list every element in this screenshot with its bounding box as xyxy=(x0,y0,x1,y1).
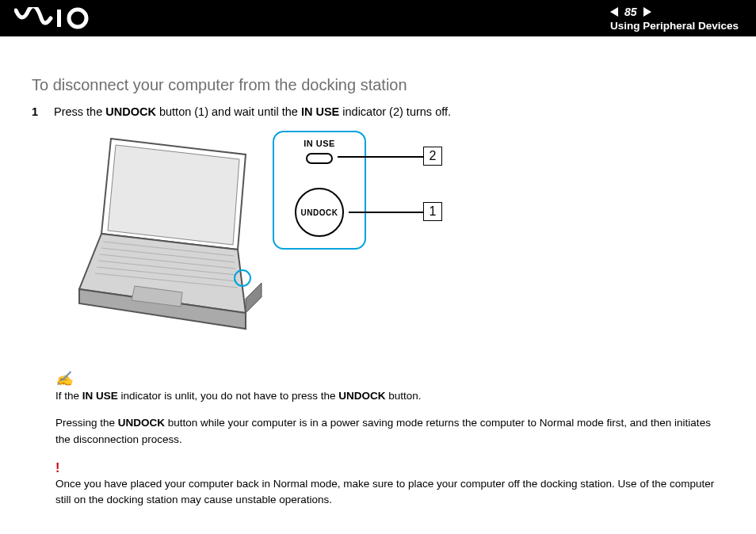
inset-diagram: IN USE UNDOCK xyxy=(273,131,366,250)
page-number: 85 xyxy=(624,6,637,18)
callout-1: 1 xyxy=(423,202,442,221)
callout-line-2 xyxy=(338,156,423,158)
svg-marker-3 xyxy=(108,145,239,245)
warning-icon: ! xyxy=(55,459,724,478)
page-header: 85 Using Peripheral Devices xyxy=(0,0,756,36)
laptop-illustration xyxy=(63,131,269,345)
step-text: Press the UNDOCK button (1) and wait unt… xyxy=(54,105,451,118)
inuse-label: IN USE xyxy=(304,139,335,148)
next-page-icon[interactable] xyxy=(643,7,651,17)
note-2: Pressing the UNDOCK button while your co… xyxy=(55,415,724,448)
svg-point-1 xyxy=(69,10,86,27)
page-content: To disconnect your computer from the doc… xyxy=(0,36,756,534)
vaio-logo xyxy=(14,7,101,29)
section-title: To disconnect your computer from the doc… xyxy=(32,76,724,94)
inuse-indicator-icon xyxy=(306,153,333,164)
figure: IN USE UNDOCK 2 1 xyxy=(63,131,724,345)
svg-marker-14 xyxy=(246,283,262,313)
step-number: 1 xyxy=(32,105,54,118)
chapter-title: Using Peripheral Devices xyxy=(610,20,739,32)
callout-2: 2 xyxy=(423,147,442,166)
note-icon: ✍ xyxy=(55,368,724,390)
svg-rect-0 xyxy=(57,10,61,27)
prev-page-icon[interactable] xyxy=(610,7,618,17)
callout-line-1 xyxy=(349,212,423,213)
page-navigator: 85 xyxy=(610,6,739,18)
undock-button-icon: UNDOCK xyxy=(295,188,344,237)
note-1: If the IN USE indicator is unlit, you do… xyxy=(55,388,724,404)
warning-text: Once you have placed your computer back … xyxy=(55,476,724,509)
step-1: 1 Press the UNDOCK button (1) and wait u… xyxy=(32,105,724,118)
